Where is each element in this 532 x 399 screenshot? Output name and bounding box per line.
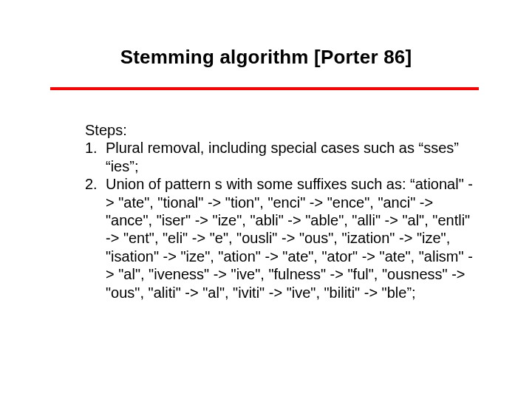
slide-body: Steps: 1. Plural removal, including spec… bbox=[85, 121, 477, 301]
item-text: Plural removal, including special cases … bbox=[106, 139, 477, 175]
item-number: 1. bbox=[85, 139, 106, 175]
list-item: 1. Plural removal, including special cas… bbox=[85, 139, 477, 175]
title-underline bbox=[50, 87, 479, 90]
list-item: 2. Union of pattern s with some suffixes… bbox=[85, 175, 477, 301]
item-number: 2. bbox=[85, 175, 106, 301]
slide: Stemming algorithm [Porter 86] Steps: 1.… bbox=[0, 0, 532, 399]
slide-title: Stemming algorithm [Porter 86] bbox=[0, 46, 532, 69]
steps-label: Steps: bbox=[85, 121, 477, 139]
steps-list: 1. Plural removal, including special cas… bbox=[85, 139, 477, 301]
item-text: Union of pattern s with some suffixes su… bbox=[106, 175, 477, 301]
